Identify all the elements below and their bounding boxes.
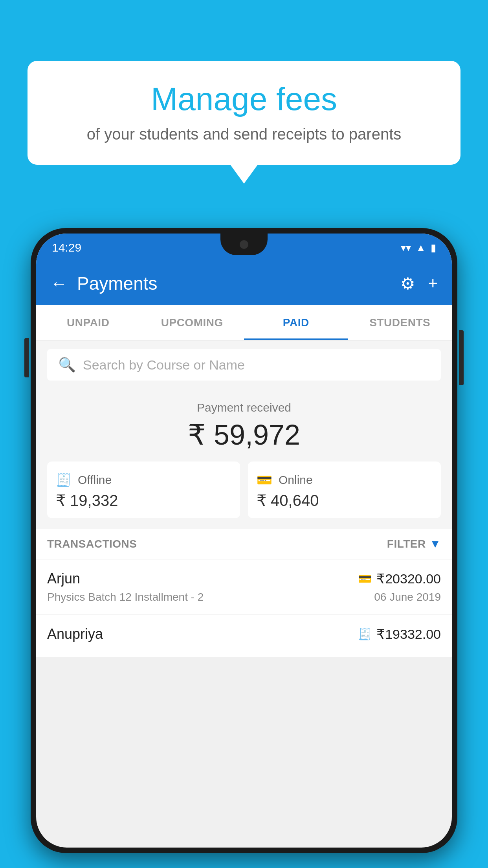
transactions-header: TRANSACTIONS FILTER ▼: [36, 529, 452, 559]
payment-total-amount: ₹ 59,972: [47, 418, 441, 451]
signal-icon: ▲: [416, 242, 426, 254]
online-card: 💳 Online ₹ 40,640: [248, 462, 441, 518]
online-card-header: 💳 Online: [257, 473, 432, 487]
filter-icon: ▼: [430, 538, 441, 550]
payment-type-icon: 🧾: [358, 628, 372, 641]
search-bar[interactable]: 🔍 Search by Course or Name: [47, 349, 441, 381]
transaction-course: Physics Batch 12 Installment - 2: [47, 591, 204, 603]
payment-cards: 🧾 Offline ₹ 19,332 💳 Online ₹ 40,640: [47, 462, 441, 518]
battery-icon: ▮: [431, 242, 436, 254]
offline-icon: 🧾: [56, 473, 72, 487]
camera: [240, 240, 248, 249]
back-button[interactable]: ←: [50, 274, 68, 293]
offline-card-header: 🧾 Offline: [56, 473, 231, 487]
transaction-name: Arjun: [47, 570, 80, 587]
phone-outer: 14:29 ▾▾ ▲ ▮ ← Payments ⚙ +: [31, 228, 457, 853]
payment-type-icon: 💳: [358, 572, 372, 585]
wifi-icon: ▾▾: [401, 242, 411, 254]
transaction-date: 06 June 2019: [374, 591, 441, 603]
speech-bubble: Manage fees of your students and send re…: [28, 61, 460, 165]
status-icons: ▾▾ ▲ ▮: [401, 242, 436, 254]
bubble-title: Manage fees: [51, 81, 437, 118]
search-placeholder: Search by Course or Name: [83, 357, 245, 373]
settings-icon[interactable]: ⚙: [400, 274, 415, 293]
filter-label: FILTER: [387, 538, 426, 550]
add-icon[interactable]: +: [428, 274, 438, 293]
offline-amount: ₹ 19,332: [56, 491, 231, 509]
online-amount: ₹ 40,640: [257, 491, 432, 509]
status-time: 14:29: [52, 241, 81, 254]
tab-upcoming[interactable]: UPCOMING: [140, 305, 244, 340]
transaction-top: Anupriya 🧾 ₹19332.00: [47, 626, 441, 642]
online-icon: 💳: [257, 473, 272, 487]
transaction-amount: ₹19332.00: [376, 626, 441, 642]
phone-container: 14:29 ▾▾ ▲ ▮ ← Payments ⚙ +: [31, 228, 457, 868]
search-container: 🔍 Search by Course or Name: [36, 340, 452, 389]
side-button-left: [24, 338, 29, 377]
app-bar: ← Payments ⚙ +: [36, 262, 452, 305]
transactions-label: TRANSACTIONS: [47, 538, 137, 550]
transaction-name: Anupriya: [47, 626, 103, 642]
online-label: Online: [279, 473, 313, 487]
tab-students[interactable]: STUDENTS: [348, 305, 452, 340]
offline-card: 🧾 Offline ₹ 19,332: [47, 462, 240, 518]
tabs-bar: UNPAID UPCOMING PAID STUDENTS: [36, 305, 452, 340]
phone-screen: 14:29 ▾▾ ▲ ▮ ← Payments ⚙ +: [36, 234, 452, 848]
transaction-top: Arjun 💳 ₹20320.00: [47, 570, 441, 587]
tab-unpaid[interactable]: UNPAID: [36, 305, 140, 340]
offline-label: Offline: [78, 473, 112, 487]
tab-paid[interactable]: PAID: [244, 305, 348, 340]
transaction-amount: ₹20320.00: [376, 571, 441, 587]
filter-button[interactable]: FILTER ▼: [387, 538, 441, 550]
side-button-right: [459, 330, 464, 385]
payment-label: Payment received: [47, 401, 441, 414]
bubble-subtitle: of your students and send receipts to pa…: [51, 125, 437, 143]
transaction-amount-area: 💳 ₹20320.00: [358, 571, 441, 587]
transaction-row[interactable]: Arjun 💳 ₹20320.00 Physics Batch 12 Insta…: [36, 559, 452, 615]
transaction-bottom: Physics Batch 12 Installment - 2 06 June…: [47, 591, 441, 603]
payment-summary: Payment received ₹ 59,972 🧾 Offline ₹ 19…: [36, 389, 452, 529]
search-icon: 🔍: [58, 357, 76, 373]
transaction-amount-area: 🧾 ₹19332.00: [358, 626, 441, 642]
app-bar-icons: ⚙ +: [400, 274, 438, 293]
status-bar: 14:29 ▾▾ ▲ ▮: [36, 234, 452, 262]
transaction-row[interactable]: Anupriya 🧾 ₹19332.00: [36, 615, 452, 658]
notch: [220, 234, 268, 255]
app-title: Payments: [77, 273, 400, 294]
